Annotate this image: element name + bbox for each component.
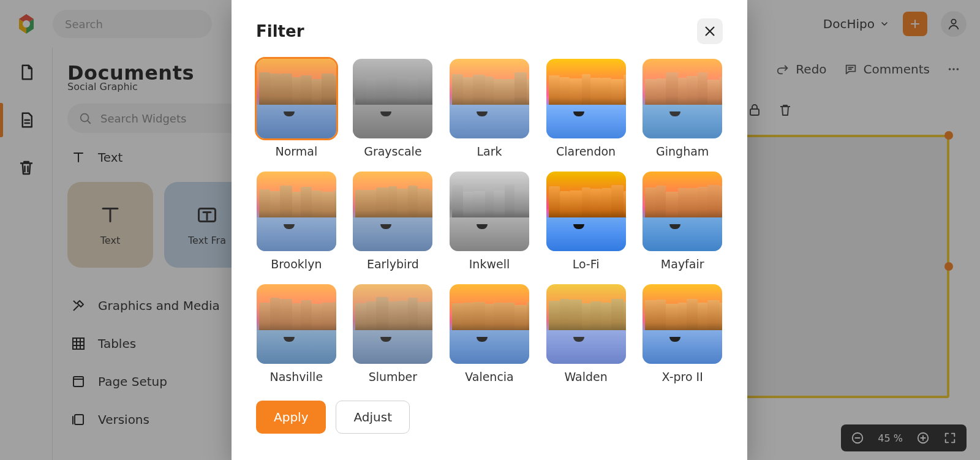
- dialog-close-button[interactable]: [697, 18, 723, 44]
- filter-option-mayfair[interactable]: Mayfair: [642, 172, 723, 271]
- filter-label: Lark: [477, 145, 502, 158]
- filter-thumb: [450, 172, 529, 251]
- filter-label: X-pro II: [662, 370, 703, 383]
- filter-dialog: Filter Normal Grayscale Lark: [232, 0, 747, 460]
- filter-label: Clarendon: [556, 145, 616, 158]
- filter-option-walden[interactable]: Walden: [546, 284, 627, 383]
- apply-button[interactable]: Apply: [256, 401, 326, 434]
- filter-thumb: [257, 59, 336, 138]
- filter-thumb: [546, 59, 626, 138]
- filter-thumb: [450, 59, 529, 138]
- adjust-button[interactable]: Adjust: [336, 401, 410, 434]
- filter-grid: Normal Grayscale Lark Clarendon: [256, 59, 723, 383]
- filter-label: Earlybird: [367, 257, 419, 271]
- filter-thumb: [353, 284, 432, 364]
- filter-option-valencia[interactable]: Valencia: [449, 284, 530, 383]
- filter-thumb: [643, 172, 722, 251]
- filter-label: Brooklyn: [271, 257, 322, 271]
- apply-label: Apply: [274, 410, 308, 424]
- filter-label: Gingham: [656, 145, 709, 158]
- filter-option-lark[interactable]: Lark: [449, 59, 530, 158]
- filter-option-clarendon[interactable]: Clarendon: [546, 59, 627, 158]
- filter-option-normal[interactable]: Normal: [256, 59, 337, 158]
- adjust-label: Adjust: [353, 410, 392, 424]
- filter-label: Nashville: [270, 370, 323, 383]
- filter-thumb: [257, 172, 336, 251]
- filter-thumb: [643, 59, 722, 138]
- filter-label: Mayfair: [661, 257, 704, 271]
- filter-thumb: [353, 172, 432, 251]
- filter-label: Lo-Fi: [573, 257, 600, 271]
- filter-option-earlybird[interactable]: Earlybird: [353, 172, 434, 271]
- dialog-title: Filter: [256, 22, 304, 40]
- filter-label: Walden: [564, 370, 607, 383]
- filter-thumb: [353, 59, 432, 138]
- filter-label: Valencia: [465, 370, 514, 383]
- close-icon: [703, 25, 717, 38]
- filter-option-gingham[interactable]: Gingham: [642, 59, 723, 158]
- filter-label: Normal: [275, 145, 317, 158]
- filter-option-slumber[interactable]: Slumber: [353, 284, 434, 383]
- filter-option-lofi[interactable]: Lo-Fi: [546, 172, 627, 271]
- filter-label: Slumber: [369, 370, 417, 383]
- filter-label: Inkwell: [469, 257, 510, 271]
- filter-thumb: [257, 284, 336, 364]
- filter-option-xproii[interactable]: X-pro II: [642, 284, 723, 383]
- filter-thumb: [450, 284, 529, 364]
- filter-thumb: [643, 284, 722, 364]
- filter-option-inkwell[interactable]: Inkwell: [449, 172, 530, 271]
- filter-label: Grayscale: [364, 145, 421, 158]
- filter-option-brooklyn[interactable]: Brooklyn: [256, 172, 337, 271]
- filter-option-nashville[interactable]: Nashville: [256, 284, 337, 383]
- filter-thumb: [546, 172, 626, 251]
- filter-option-grayscale[interactable]: Grayscale: [353, 59, 434, 158]
- filter-thumb: [546, 284, 626, 364]
